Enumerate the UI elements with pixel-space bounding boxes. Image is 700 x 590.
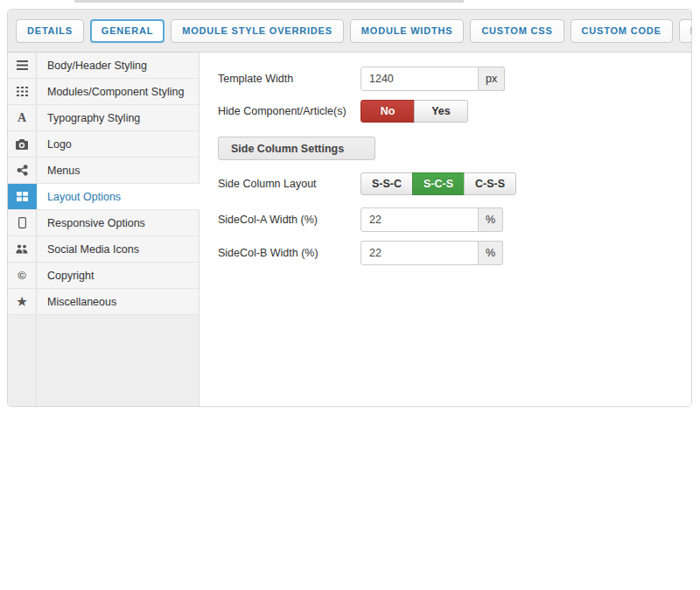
sidebar-item-layout-options[interactable]: Layout Options bbox=[8, 184, 200, 210]
sidebar-filler bbox=[8, 315, 200, 406]
sidebar-item-label: Miscellaneous bbox=[37, 289, 199, 314]
sidebar-item-label: Body/Header Styling bbox=[37, 53, 199, 78]
template-width-row: Template Width px bbox=[218, 67, 691, 91]
copyright-icon: © bbox=[18, 270, 26, 281]
sidebar-item-responsive-options[interactable]: Responsive Options bbox=[8, 210, 200, 236]
sidebar-item-label: Copyright bbox=[37, 263, 199, 288]
hide-component-row: Hide Component/Article(s) No Yes bbox=[218, 100, 691, 123]
template-width-input[interactable] bbox=[360, 67, 479, 91]
tab-custom-code[interactable]: CUSTOM CODE bbox=[570, 19, 673, 43]
side-column-layout-row: Side Column Layout S-S-C S-C-S C-S-S bbox=[218, 172, 691, 195]
sidecol-b-unit: % bbox=[479, 241, 503, 265]
general-settings-form: Template Width px Hide Component/Article… bbox=[200, 53, 691, 406]
hide-component-yes-button[interactable]: Yes bbox=[414, 100, 468, 123]
layout-scs-button[interactable]: S-C-S bbox=[412, 172, 465, 195]
settings-sidebar: Body/Header Styling Modules/Component St… bbox=[8, 53, 200, 406]
side-column-layout-toggle: S-S-C S-C-S C-S-S bbox=[360, 172, 516, 195]
mobile-icon bbox=[18, 217, 26, 228]
sidebar-item-label: Typography Styling bbox=[37, 105, 199, 130]
tab-module-widths[interactable]: MODULE WIDTHS bbox=[350, 19, 465, 43]
sidebar-item-modules-component-styling[interactable]: Modules/Component Styling bbox=[8, 79, 200, 105]
sidebar-item-label: Logo bbox=[37, 131, 199, 157]
sidecol-a-unit: % bbox=[479, 207, 503, 232]
th-large-icon bbox=[17, 192, 28, 201]
sidebar-item-copyright[interactable]: © Copyright bbox=[8, 263, 200, 289]
sidecol-b-width-input[interactable] bbox=[360, 241, 479, 265]
sidebar-item-body-header-styling[interactable]: Body/Header Styling bbox=[8, 53, 200, 79]
top-tabbar: DETAILS GENERAL MODULE STYLE OVERRIDES M… bbox=[8, 10, 691, 53]
letter-a-icon: A bbox=[18, 112, 26, 124]
side-column-settings-toggle-button[interactable]: Side Column Settings bbox=[218, 137, 375, 160]
sidebar-item-typography-styling[interactable]: A Typography Styling bbox=[8, 105, 200, 131]
sidebar-item-label: Layout Options bbox=[37, 184, 199, 209]
template-width-label: Template Width bbox=[218, 73, 360, 86]
hide-component-toggle: No Yes bbox=[360, 100, 468, 123]
th-grid-icon bbox=[17, 87, 28, 96]
sidebar-item-label: Modules/Component Styling bbox=[37, 79, 199, 104]
sidebar-item-miscellaneous[interactable]: ★ Miscellaneous bbox=[8, 289, 200, 315]
layout-css-button[interactable]: C-S-S bbox=[464, 172, 516, 195]
sidecol-a-row: SideCol-A Width (%) % bbox=[218, 207, 691, 232]
template-settings-panel: DETAILS GENERAL MODULE STYLE OVERRIDES M… bbox=[7, 9, 692, 407]
star-icon: ★ bbox=[17, 296, 27, 307]
layout-ssc-button[interactable]: S-S-C bbox=[360, 172, 413, 195]
share-nodes-icon bbox=[17, 165, 28, 176]
template-width-unit: px bbox=[479, 67, 505, 91]
panel-body: Body/Header Styling Modules/Component St… bbox=[8, 53, 691, 406]
tab-custom-css[interactable]: CUSTOM CSS bbox=[470, 19, 564, 43]
tab-general[interactable]: GENERAL bbox=[90, 19, 164, 43]
sidebar-item-label: Menus bbox=[37, 158, 199, 183]
bars-icon bbox=[17, 60, 28, 70]
users-icon bbox=[16, 244, 28, 254]
side-column-layout-label: Side Column Layout bbox=[218, 178, 360, 191]
tab-menu-assignment[interactable]: MENU ASSIGNMENT bbox=[679, 19, 692, 43]
sidebar-item-menus[interactable]: Menus bbox=[8, 158, 200, 184]
sidecol-b-label: SideCol-B Width (%) bbox=[218, 247, 360, 260]
sidecol-b-row: SideCol-B Width (%) % bbox=[218, 241, 691, 265]
sidebar-item-logo[interactable]: Logo bbox=[8, 131, 200, 158]
sidebar-item-label: Social Media Icons bbox=[37, 236, 199, 262]
hide-component-no-button[interactable]: No bbox=[360, 100, 415, 123]
tab-details[interactable]: DETAILS bbox=[16, 19, 84, 43]
sidebar-item-social-media-icons[interactable]: Social Media Icons bbox=[8, 236, 200, 263]
sidecol-a-width-input[interactable] bbox=[360, 207, 479, 232]
cutoff-element-edge bbox=[74, 0, 464, 3]
tab-module-style-overrides[interactable]: MODULE STYLE OVERRIDES bbox=[171, 19, 344, 43]
hide-component-label: Hide Component/Article(s) bbox=[218, 105, 360, 118]
sidecol-a-label: SideCol-A Width (%) bbox=[218, 214, 360, 227]
sidebar-item-label: Responsive Options bbox=[37, 210, 199, 235]
camera-icon bbox=[16, 139, 28, 150]
